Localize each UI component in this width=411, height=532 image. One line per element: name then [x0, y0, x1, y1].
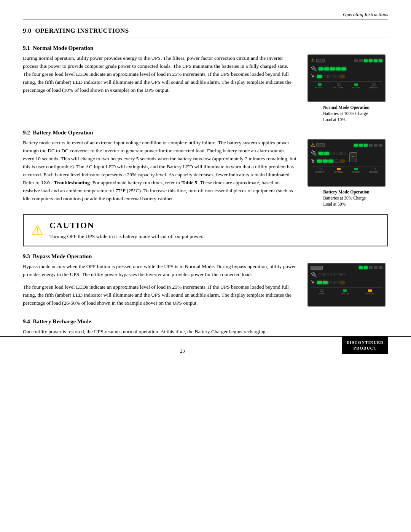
subsection-9-1-content: During normal operation, utility power p… [23, 54, 388, 123]
battery-mode-caption-line3: Load at 50% [323, 202, 346, 206]
bp-bat-led-5 [341, 273, 346, 276]
led-top-3 [364, 59, 368, 62]
bp-ac-input-label: TERY [319, 292, 324, 295]
normal-mode-caption-line3: Load at 10% [323, 117, 346, 122]
caution-content: CAUTION Turning OFF the UPS while in it … [49, 220, 204, 240]
bat-bypass-label: BYPASS [370, 171, 378, 173]
bypass-text-1: Bypass mode occurs when the OFF button i… [23, 263, 297, 279]
bypass-led [372, 83, 376, 86]
bat-led-top-1 [354, 144, 358, 147]
battery-mode-caption-line1: Battery Mode Operation [323, 190, 369, 194]
discontinued-badge: DISCONTINUED PRODUCT [342, 337, 388, 355]
bat-bypass-led [372, 168, 376, 170]
bat-charge-led-3 [330, 152, 335, 155]
bat-led-top-4 [369, 144, 373, 147]
bypass-text-col: Bypass mode occurs when the OFF button i… [23, 263, 297, 312]
plug-icon: 🔌 [311, 66, 317, 72]
page-number: 23 [180, 346, 185, 354]
bat-battery-label: BATTERY [334, 171, 343, 173]
normal-mode-caption: Normal Mode Operation Batteries at 100% … [323, 104, 370, 123]
subsection-9-4-text: Once utility power is restored, the UPS … [23, 328, 388, 336]
bat-led-1 [319, 67, 323, 70]
bp-bypass-label: BYPASS [366, 292, 374, 295]
main-section-title: 9.0 Operating Instructions [23, 27, 388, 37]
subsection-9-3-content: Bypass mode occurs when the OFF button i… [23, 263, 388, 312]
bp-ac-input-led [320, 289, 323, 292]
subsection-9-1-title: 9.1 Normal Mode Operation [23, 45, 388, 51]
bat-ac-input-label: AC INPUT [315, 171, 325, 173]
warning-icon: ⚠ [311, 58, 315, 64]
led-top-1 [354, 59, 358, 62]
bypass-label: BYPASS [370, 86, 378, 89]
bp-bat-led-1 [319, 273, 323, 276]
load-led-3 [328, 75, 333, 78]
ac-input-led [318, 83, 322, 86]
subsection-9-1: 9.1 Normal Mode Operation During normal … [23, 45, 388, 123]
bp-led-top-5 [379, 266, 382, 269]
load-led-1 [317, 75, 322, 78]
troubleshooting-ref: 12.0 - Troubleshooting [41, 180, 90, 185]
header-text: Operating Instructions [343, 11, 388, 17]
bypass-mode-image-block: 🔌 🖱 [304, 263, 388, 307]
subsection-9-4-title: 9.4 Battery Recharge Mode [23, 318, 388, 325]
bat-mouse-icon: 🖱 [311, 158, 315, 164]
discontinued-line2: PRODUCT [346, 345, 384, 351]
bp-led-top-3 [369, 266, 373, 269]
bat-led-2 [324, 67, 329, 70]
bat-led-5 [341, 67, 346, 70]
ups-on-label: UPS ON [352, 86, 360, 89]
battery-mode-image-block: ⚠ [304, 139, 388, 207]
normal-mode-image-block: ⚠ [304, 54, 388, 123]
discontinued-line1: DISCONTINUED [346, 340, 384, 345]
bat-ups-on-label: UPS ON [352, 171, 360, 173]
subsection-9-2: 9.2 Battery Mode Operation Battery mode … [23, 129, 388, 207]
main-section-label: Operating Instructions [35, 27, 129, 34]
bat-load-led-1 [317, 160, 322, 163]
battery-converter-box: ↑ [349, 152, 357, 162]
bypass-mode-panel: 🔌 🖱 [307, 263, 386, 307]
bp-ups-on-led [343, 289, 347, 292]
subsection-9-3: 9.3 Bypass Mode Operation Bypass mode oc… [23, 253, 388, 312]
bp-plug-icon: 🔌 [311, 272, 317, 278]
page-footer: 23 DISCONTINUED PRODUCT [0, 336, 411, 355]
bat-charge-led-5 [341, 152, 346, 155]
bat-led-top-3 [364, 144, 368, 147]
bp-bypass-led [368, 289, 372, 292]
subsection-9-2-content: Battery mode occurs in event of an extre… [23, 139, 388, 207]
caution-icon: ⚠ [31, 222, 43, 238]
caution-text: Turning OFF the UPS while in it is batte… [49, 233, 204, 240]
bp-ups-on-label: UPS ON [341, 292, 349, 295]
bat-ac-input-led [318, 168, 322, 170]
caution-title: CAUTION [49, 220, 204, 230]
bat-warning-icon: ⚠ [311, 142, 315, 148]
bat-led-3 [330, 67, 335, 70]
bp-load-led-3 [328, 281, 333, 284]
battery-mode-caption-line2: Batteries at 30% Charge [323, 196, 366, 200]
battery-label: BATTERY [334, 86, 343, 89]
bat-battery-led [337, 168, 341, 170]
subsection-9-1-text: During normal operation, utility power p… [23, 54, 297, 94]
bp-bat-led-4 [336, 273, 341, 276]
led-top-2 [359, 59, 363, 62]
bat-charge-led-2 [324, 152, 329, 155]
bp-load-led-4 [334, 281, 339, 284]
caution-box: ⚠ CAUTION Turning OFF the UPS while in i… [23, 214, 388, 246]
mouse-icon: 🖱 [311, 73, 315, 80]
bat-plug-icon: 🔌 [311, 150, 317, 157]
bp-led-top-2 [364, 266, 368, 269]
load-led-5 [340, 75, 345, 78]
subsection-9-3-title: 9.3 Bypass Mode Operation [23, 253, 388, 260]
normal-mode-panel: ⚠ [307, 54, 386, 102]
normal-mode-caption-line2: Batteries at 100% Charge [323, 111, 368, 116]
bp-load-led-2 [323, 281, 328, 284]
bat-converter-icon: ↑ [352, 154, 355, 161]
bp-led-top-1 [359, 266, 363, 269]
bat-led-top-5 [374, 144, 378, 147]
page-header: Operating Instructions [23, 11, 388, 19]
bat-load-led-4 [334, 160, 339, 163]
ups-on-led [354, 83, 358, 86]
page-container: Operating Instructions 9.0 Operating Ins… [0, 0, 411, 366]
bat-load-led-3 [328, 160, 333, 163]
bp-led-top-4 [374, 266, 378, 269]
bat-charge-led-4 [336, 152, 341, 155]
